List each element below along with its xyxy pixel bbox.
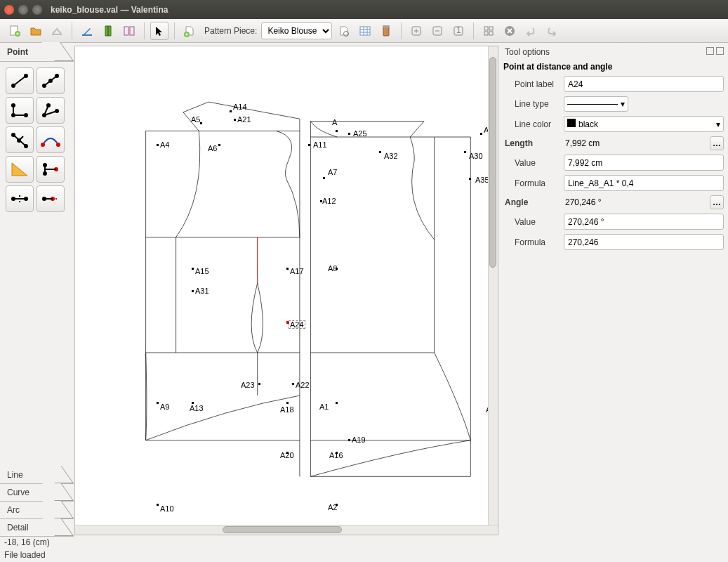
tool-point-9[interactable]: [6, 185, 34, 212]
point-label-A30: A30: [469, 152, 483, 160]
point-label-A14: A14: [233, 103, 247, 111]
tab-arc[interactable]: Arc: [0, 502, 74, 519]
pattern-canvas[interactable]: AA1A2A3A4A5A6A7A8A9A10A11A12A13A14A15A16…: [75, 46, 498, 525]
chevron-down-icon: ▾: [716, 119, 720, 129]
svg-point-37: [56, 143, 60, 147]
point-A4[interactable]: [157, 144, 159, 146]
angle-value-label: Value: [503, 217, 564, 227]
zoom-original-button[interactable]: 1: [449, 22, 468, 40]
point-A11[interactable]: [308, 144, 310, 146]
undock-icon[interactable]: [706, 47, 714, 55]
svg-rect-15: [484, 27, 488, 30]
point-A6[interactable]: [218, 144, 220, 146]
pattern-svg: [75, 46, 498, 493]
point-tools-grid: [0, 62, 74, 466]
point-label-A: A: [332, 118, 337, 126]
tab-detail[interactable]: Detail: [0, 519, 74, 537]
tool-point-1[interactable]: [6, 67, 34, 94]
svg-line-22: [13, 76, 26, 86]
point-A[interactable]: [336, 130, 338, 132]
close-panel-icon[interactable]: [716, 47, 724, 55]
length-value-input[interactable]: [564, 155, 724, 171]
point-A30[interactable]: [464, 151, 466, 153]
point-A35[interactable]: [469, 178, 471, 180]
point-label-A5: A5: [191, 115, 200, 124]
undo-button[interactable]: [522, 22, 540, 40]
point-A32[interactable]: [379, 151, 381, 153]
pattern-piece-select[interactable]: Keiko Blouse: [261, 22, 332, 39]
point-A14[interactable]: [230, 110, 232, 112]
point-label-A22: A22: [296, 381, 310, 389]
point-A31[interactable]: [192, 290, 194, 292]
new-file-button[interactable]: [6, 22, 24, 40]
svg-rect-10: [383, 25, 390, 27]
config-pattern-button[interactable]: [335, 22, 353, 40]
tool-point-6[interactable]: [37, 126, 65, 153]
pattern-piece-label: Pattern Piece:: [204, 26, 257, 36]
line-type-select[interactable]: ▾: [564, 96, 628, 112]
angle-formula-input[interactable]: [564, 234, 724, 250]
tab-line[interactable]: Line: [0, 466, 74, 484]
history-button[interactable]: [377, 22, 395, 40]
zoom-fit-button[interactable]: [479, 22, 498, 40]
length-formula-input[interactable]: [564, 175, 724, 191]
maximize-icon[interactable]: [32, 5, 42, 15]
angle-value-input[interactable]: [564, 214, 724, 230]
close-icon[interactable]: [4, 5, 14, 15]
new-pattern-piece-button[interactable]: [180, 22, 199, 40]
point-A29[interactable]: [480, 133, 482, 135]
length-formula-dialog-button[interactable]: …: [710, 136, 724, 150]
draw-mode-button[interactable]: [78, 22, 96, 40]
section-title: Point at distance and angle: [503, 60, 724, 76]
point-label-input[interactable]: [564, 76, 724, 92]
canvas-area: AA1A2A3A4A5A6A7A8A9A10A11A12A13A14A15A16…: [74, 46, 498, 535]
formula-label: Formula: [503, 178, 564, 188]
point-A25[interactable]: [348, 133, 350, 135]
details-mode-button[interactable]: [99, 22, 117, 40]
vertical-scrollbar[interactable]: [488, 46, 498, 525]
svg-rect-16: [489, 27, 493, 30]
tab-point[interactable]: Point: [0, 43, 74, 62]
zoom-in-button[interactable]: [407, 22, 425, 40]
zoom-out-button[interactable]: [428, 22, 446, 40]
point-A7[interactable]: [323, 177, 325, 179]
line-color-select[interactable]: black▾: [564, 116, 724, 132]
save-file-button[interactable]: [48, 22, 66, 40]
tool-point-8[interactable]: [37, 156, 65, 183]
point-A22[interactable]: [292, 383, 294, 385]
left-panel: Point Line Curve Arc Detail: [0, 43, 74, 537]
point-A1[interactable]: [336, 402, 338, 404]
point-A19[interactable]: [348, 439, 350, 441]
tool-point-10[interactable]: [37, 185, 65, 212]
angle-formula-dialog-button[interactable]: …: [710, 195, 724, 209]
point-A23[interactable]: [258, 383, 260, 385]
line-type-label: Line type: [503, 99, 564, 109]
table-button[interactable]: [356, 22, 374, 40]
tool-point-7[interactable]: [6, 156, 34, 183]
point-label-A31: A31: [195, 287, 209, 295]
point-A10[interactable]: [157, 504, 159, 506]
point-A15[interactable]: [192, 268, 194, 270]
point-A9[interactable]: [157, 402, 159, 404]
point-label-A11: A11: [313, 140, 327, 149]
pointer-tool-button[interactable]: [150, 22, 168, 40]
point-label-A18: A18: [280, 405, 294, 414]
line-color-label: Line color: [503, 119, 564, 129]
svg-text:1: 1: [456, 25, 461, 35]
tab-curve[interactable]: Curve: [0, 484, 74, 502]
minimize-icon[interactable]: [18, 5, 28, 15]
point-A21[interactable]: [234, 119, 236, 121]
point-label-A23: A23: [241, 381, 255, 389]
stop-button[interactable]: [501, 22, 519, 40]
open-file-button[interactable]: [27, 22, 45, 40]
point-A18[interactable]: [286, 402, 289, 404]
horizontal-scrollbar[interactable]: [75, 525, 498, 535]
tool-point-4[interactable]: [37, 97, 65, 124]
redo-button[interactable]: [543, 22, 561, 40]
point-A17[interactable]: [286, 268, 289, 270]
tool-point-2[interactable]: [37, 67, 65, 94]
tool-point-5[interactable]: [6, 126, 34, 153]
tool-point-3[interactable]: [6, 97, 34, 124]
value-label: Value: [503, 158, 564, 168]
layout-mode-button[interactable]: [120, 22, 138, 40]
